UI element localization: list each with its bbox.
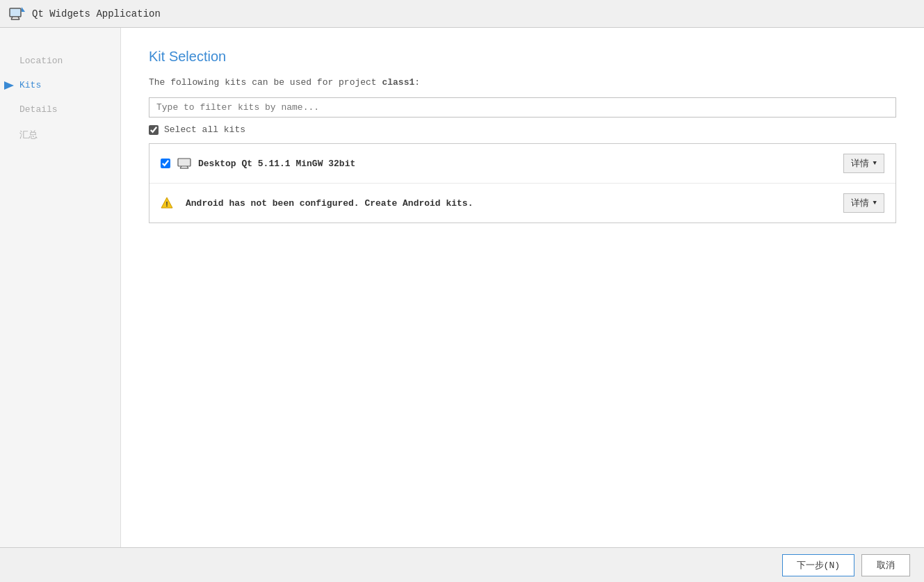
filter-kits-input[interactable] (149, 97, 896, 118)
select-all-checkbox[interactable] (149, 125, 159, 135)
select-all-label: Select all kits (164, 124, 245, 135)
kit-android-detail-button[interactable]: 详情 ▼ (843, 193, 884, 213)
kits-list: Desktop Qt 5.11.1 MinGW 32bit 详情 ▼ ! (149, 143, 896, 223)
sidebar-item-summary[interactable]: 汇总 (0, 122, 120, 148)
kit-desktop-label: Desktop Qt 5.11.1 MinGW 32bit (198, 159, 355, 169)
kit-item-desktop: Desktop Qt 5.11.1 MinGW 32bit 详情 ▼ (149, 144, 895, 184)
warning-icon: ! (161, 197, 173, 209)
description-text: The following kits can be used for proje… (149, 77, 896, 88)
svg-rect-4 (178, 159, 191, 166)
svg-marker-3 (4, 81, 14, 90)
app-title: Qt Widgets Application (32, 8, 161, 19)
kit-item-android: ! Android has not been configured. Creat… (149, 184, 895, 223)
kit-desktop-detail-area: 详情 ▼ (843, 154, 884, 173)
titlebar: Qt Widgets Application (0, 0, 924, 28)
svg-marker-2 (22, 7, 25, 12)
section-title: Kit Selection (149, 49, 896, 65)
kit-desktop-detail-button[interactable]: 详情 ▼ (843, 154, 884, 173)
sidebar: Location Kits Details 汇总 (0, 28, 121, 547)
kit-item-desktop-left: Desktop Qt 5.11.1 MinGW 32bit (161, 156, 355, 170)
sidebar-item-label-kits: Kits (19, 80, 41, 90)
kit-desktop-dropdown-arrow-icon: ▼ (873, 160, 877, 167)
sidebar-item-location[interactable]: Location (0, 49, 120, 73)
sidebar-item-label-details: Details (19, 104, 58, 115)
sidebar-item-label-location: Location (19, 56, 63, 66)
kit-android-detail-area: 详情 ▼ (843, 193, 884, 213)
bottom-bar: 下一步(N) 取消 (0, 547, 924, 582)
kit-desktop-detail-label: 详情 (851, 157, 869, 170)
kit-item-android-left: ! Android has not been configured. Creat… (161, 197, 473, 209)
svg-rect-0 (10, 8, 21, 17)
main-layout: Location Kits Details 汇总 Kit Selection T… (0, 28, 924, 547)
kit-desktop-checkbox[interactable] (161, 159, 170, 168)
description-prefix: The following kits can be used for proje… (149, 77, 382, 88)
next-button[interactable]: 下一步(N) (782, 554, 854, 576)
monitor-icon (177, 156, 191, 170)
sidebar-item-label-summary: 汇总 (19, 129, 38, 141)
kit-android-dropdown-arrow-icon: ▼ (873, 200, 877, 207)
app-icon (7, 4, 26, 24)
project-name: class1 (382, 77, 414, 88)
select-all-row: Select all kits (149, 124, 896, 135)
description-suffix: : (414, 77, 420, 88)
cancel-button[interactable]: 取消 (861, 554, 910, 576)
content-area: Kit Selection The following kits can be … (121, 28, 924, 547)
kit-android-detail-label: 详情 (851, 197, 869, 209)
kit-android-label: Android has not been configured. Create … (186, 198, 473, 209)
svg-text:!: ! (165, 201, 169, 209)
sidebar-item-kits[interactable]: Kits (0, 73, 120, 97)
sidebar-item-details[interactable]: Details (0, 97, 120, 122)
kits-arrow-icon (3, 79, 15, 92)
